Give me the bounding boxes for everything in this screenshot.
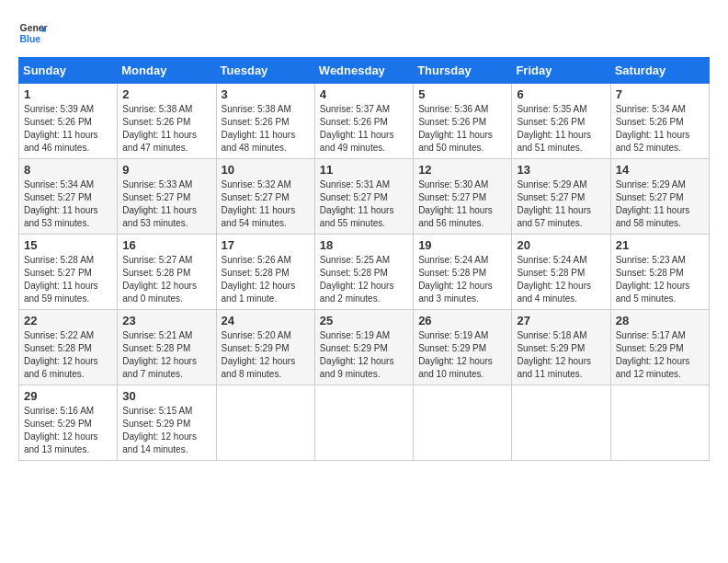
day-number: 6	[517, 87, 605, 101]
calendar-week-row: 8 Sunrise: 5:34 AMSunset: 5:27 PMDayligh…	[19, 159, 710, 235]
col-header-friday: Friday	[512, 58, 610, 84]
day-info: Sunrise: 5:29 AMSunset: 5:27 PMDaylight:…	[517, 178, 605, 230]
day-info: Sunrise: 5:24 AMSunset: 5:28 PMDaylight:…	[517, 254, 605, 305]
calendar-cell: 27 Sunrise: 5:18 AMSunset: 5:29 PMDaylig…	[512, 310, 610, 385]
day-info: Sunrise: 5:32 AMSunset: 5:27 PMDaylight:…	[222, 178, 310, 230]
day-info: Sunrise: 5:37 AMSunset: 5:26 PMDaylight:…	[320, 103, 408, 155]
day-info: Sunrise: 5:26 AMSunset: 5:28 PMDaylight:…	[222, 254, 310, 305]
calendar-cell: 1 Sunrise: 5:39 AMSunset: 5:26 PMDayligh…	[19, 84, 118, 159]
day-number: 30	[122, 389, 210, 403]
day-number: 24	[222, 314, 310, 327]
calendar-cell: 14 Sunrise: 5:29 AMSunset: 5:27 PMDaylig…	[610, 159, 709, 235]
calendar-week-row: 1 Sunrise: 5:39 AMSunset: 5:26 PMDayligh…	[19, 84, 710, 159]
calendar-week-row: 22 Sunrise: 5:22 AMSunset: 5:28 PMDaylig…	[19, 310, 710, 385]
calendar-cell: 17 Sunrise: 5:26 AMSunset: 5:28 PMDaylig…	[216, 235, 314, 310]
calendar-table: SundayMondayTuesdayWednesdayThursdayFrid…	[18, 57, 710, 461]
day-number: 25	[320, 314, 408, 327]
calendar-cell: 10 Sunrise: 5:32 AMSunset: 5:27 PMDaylig…	[216, 159, 314, 235]
day-number: 26	[418, 314, 506, 327]
calendar-cell: 30 Sunrise: 5:15 AMSunset: 5:29 PMDaylig…	[118, 385, 216, 461]
calendar-cell	[512, 385, 610, 461]
day-info: Sunrise: 5:20 AMSunset: 5:29 PMDaylight:…	[222, 329, 310, 381]
day-number: 20	[517, 238, 605, 252]
calendar-cell: 29 Sunrise: 5:16 AMSunset: 5:29 PMDaylig…	[19, 385, 118, 461]
calendar-cell	[314, 385, 413, 461]
day-info: Sunrise: 5:23 AMSunset: 5:28 PMDaylight:…	[616, 254, 704, 305]
day-info: Sunrise: 5:17 AMSunset: 5:29 PMDaylight:…	[616, 329, 704, 381]
page-header: General Blue	[18, 18, 710, 48]
col-header-thursday: Thursday	[414, 58, 512, 84]
col-header-sunday: Sunday	[19, 58, 118, 84]
calendar-cell: 11 Sunrise: 5:31 AMSunset: 5:27 PMDaylig…	[314, 159, 413, 235]
day-info: Sunrise: 5:24 AMSunset: 5:28 PMDaylight:…	[418, 254, 506, 305]
day-info: Sunrise: 5:27 AMSunset: 5:28 PMDaylight:…	[122, 254, 210, 305]
calendar-cell: 12 Sunrise: 5:30 AMSunset: 5:27 PMDaylig…	[414, 159, 512, 235]
calendar-cell: 19 Sunrise: 5:24 AMSunset: 5:28 PMDaylig…	[414, 235, 512, 310]
day-info: Sunrise: 5:15 AMSunset: 5:29 PMDaylight:…	[122, 405, 210, 456]
day-info: Sunrise: 5:38 AMSunset: 5:26 PMDaylight:…	[122, 103, 210, 155]
day-info: Sunrise: 5:22 AMSunset: 5:28 PMDaylight:…	[24, 329, 112, 381]
calendar-cell: 16 Sunrise: 5:27 AMSunset: 5:28 PMDaylig…	[118, 235, 216, 310]
day-info: Sunrise: 5:21 AMSunset: 5:28 PMDaylight:…	[122, 329, 210, 381]
calendar-cell	[414, 385, 512, 461]
day-info: Sunrise: 5:19 AMSunset: 5:29 PMDaylight:…	[320, 329, 408, 381]
calendar-week-row: 29 Sunrise: 5:16 AMSunset: 5:29 PMDaylig…	[19, 385, 710, 461]
day-info: Sunrise: 5:33 AMSunset: 5:27 PMDaylight:…	[122, 178, 210, 230]
day-info: Sunrise: 5:31 AMSunset: 5:27 PMDaylight:…	[320, 178, 408, 230]
day-number: 27	[517, 314, 605, 327]
logo: General Blue	[18, 18, 48, 48]
day-info: Sunrise: 5:16 AMSunset: 5:29 PMDaylight:…	[24, 405, 112, 456]
day-number: 5	[418, 87, 506, 101]
day-number: 8	[24, 163, 112, 177]
day-number: 3	[222, 87, 310, 101]
day-number: 28	[616, 314, 704, 327]
day-number: 16	[122, 238, 210, 252]
calendar-header-row: SundayMondayTuesdayWednesdayThursdayFrid…	[19, 58, 710, 84]
calendar-cell: 23 Sunrise: 5:21 AMSunset: 5:28 PMDaylig…	[118, 310, 216, 385]
day-number: 18	[320, 238, 408, 252]
day-info: Sunrise: 5:18 AMSunset: 5:29 PMDaylight:…	[517, 329, 605, 381]
calendar-cell: 9 Sunrise: 5:33 AMSunset: 5:27 PMDayligh…	[118, 159, 216, 235]
day-info: Sunrise: 5:38 AMSunset: 5:26 PMDaylight:…	[222, 103, 310, 155]
calendar-cell: 24 Sunrise: 5:20 AMSunset: 5:29 PMDaylig…	[216, 310, 314, 385]
day-number: 2	[122, 87, 210, 101]
day-number: 4	[320, 87, 408, 101]
day-info: Sunrise: 5:34 AMSunset: 5:27 PMDaylight:…	[24, 178, 112, 230]
day-number: 7	[616, 87, 704, 101]
col-header-saturday: Saturday	[610, 58, 709, 84]
day-info: Sunrise: 5:39 AMSunset: 5:26 PMDaylight:…	[24, 103, 112, 155]
day-info: Sunrise: 5:35 AMSunset: 5:26 PMDaylight:…	[517, 103, 605, 155]
day-info: Sunrise: 5:29 AMSunset: 5:27 PMDaylight:…	[616, 178, 704, 230]
col-header-tuesday: Tuesday	[216, 58, 314, 84]
calendar-cell: 28 Sunrise: 5:17 AMSunset: 5:29 PMDaylig…	[610, 310, 709, 385]
calendar-cell: 3 Sunrise: 5:38 AMSunset: 5:26 PMDayligh…	[216, 84, 314, 159]
day-number: 11	[320, 163, 408, 177]
day-number: 12	[418, 163, 506, 177]
day-number: 15	[24, 238, 112, 252]
calendar-cell	[216, 385, 314, 461]
calendar-cell: 25 Sunrise: 5:19 AMSunset: 5:29 PMDaylig…	[314, 310, 413, 385]
day-info: Sunrise: 5:28 AMSunset: 5:27 PMDaylight:…	[24, 254, 112, 305]
calendar-cell: 13 Sunrise: 5:29 AMSunset: 5:27 PMDaylig…	[512, 159, 610, 235]
calendar-cell	[610, 385, 709, 461]
day-number: 17	[222, 238, 310, 252]
calendar-cell: 8 Sunrise: 5:34 AMSunset: 5:27 PMDayligh…	[19, 159, 118, 235]
calendar-cell: 15 Sunrise: 5:28 AMSunset: 5:27 PMDaylig…	[19, 235, 118, 310]
day-number: 19	[418, 238, 506, 252]
calendar-cell: 20 Sunrise: 5:24 AMSunset: 5:28 PMDaylig…	[512, 235, 610, 310]
logo-icon: General Blue	[18, 18, 48, 48]
day-info: Sunrise: 5:36 AMSunset: 5:26 PMDaylight:…	[418, 103, 506, 155]
calendar-cell: 2 Sunrise: 5:38 AMSunset: 5:26 PMDayligh…	[118, 84, 216, 159]
day-info: Sunrise: 5:34 AMSunset: 5:26 PMDaylight:…	[616, 103, 704, 155]
day-info: Sunrise: 5:30 AMSunset: 5:27 PMDaylight:…	[418, 178, 506, 230]
day-info: Sunrise: 5:25 AMSunset: 5:28 PMDaylight:…	[320, 254, 408, 305]
calendar-cell: 5 Sunrise: 5:36 AMSunset: 5:26 PMDayligh…	[414, 84, 512, 159]
day-info: Sunrise: 5:19 AMSunset: 5:29 PMDaylight:…	[418, 329, 506, 381]
day-number: 23	[122, 314, 210, 327]
day-number: 13	[517, 163, 605, 177]
calendar-cell: 21 Sunrise: 5:23 AMSunset: 5:28 PMDaylig…	[610, 235, 709, 310]
day-number: 9	[122, 163, 210, 177]
calendar-cell: 6 Sunrise: 5:35 AMSunset: 5:26 PMDayligh…	[512, 84, 610, 159]
col-header-monday: Monday	[118, 58, 216, 84]
calendar-cell: 26 Sunrise: 5:19 AMSunset: 5:29 PMDaylig…	[414, 310, 512, 385]
